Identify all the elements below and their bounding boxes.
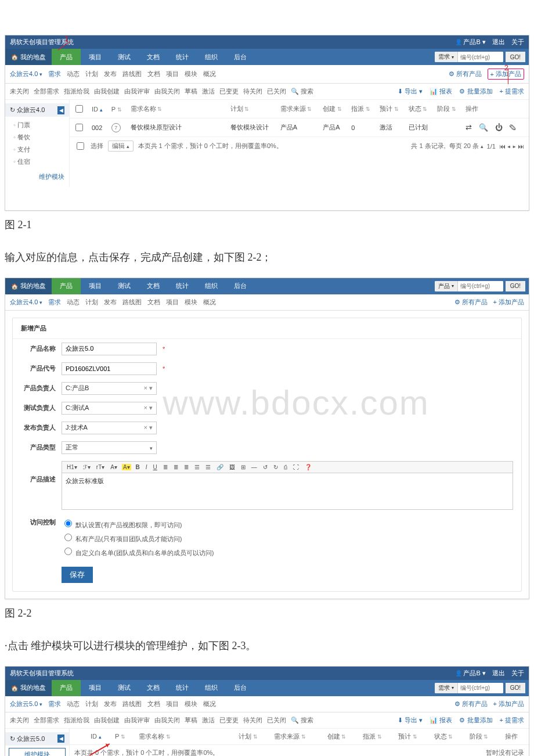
bulk-edit-button[interactable]: 编辑: [108, 141, 134, 152]
rte-full[interactable]: ⛶: [292, 464, 300, 470]
breadcrumb[interactable]: 众旅云4.0: [10, 298, 42, 307]
subtab-plan[interactable]: 计划: [85, 298, 98, 307]
filter-toclose[interactable]: 待关闭: [243, 716, 262, 725]
filter-toclose[interactable]: 待关闭: [243, 87, 262, 96]
logout-link[interactable]: 退出: [492, 669, 505, 676]
access-radio-default[interactable]: [64, 520, 72, 527]
report-link[interactable]: 📊 报表: [430, 716, 452, 725]
rte-help[interactable]: ❓: [304, 464, 313, 470]
tab-admin[interactable]: 后台: [226, 49, 255, 65]
tab-stat[interactable]: 统计: [168, 680, 197, 696]
tab-org[interactable]: 组织: [197, 49, 226, 65]
rte-align1[interactable]: ≣: [162, 464, 169, 470]
footer-select-all[interactable]: [77, 142, 84, 150]
filter-closedby[interactable]: 由我关闭: [154, 87, 180, 96]
home-tab[interactable]: 我的地盘: [5, 278, 52, 294]
all-products-link[interactable]: ⚙所有产品: [449, 70, 482, 78]
tab-project[interactable]: 项目: [81, 278, 110, 294]
rte-undo[interactable]: ↺: [262, 464, 269, 470]
export-link[interactable]: ⬇ 导出 ▾: [398, 87, 423, 96]
subtab-req[interactable]: 需求: [48, 298, 61, 307]
col-name[interactable]: 需求名称: [139, 733, 171, 740]
rte-list2[interactable]: ☰: [204, 464, 212, 470]
batch-add-link[interactable]: ⚙ 批量添加: [459, 87, 492, 96]
owner-select[interactable]: C:产品B: [62, 382, 157, 395]
subtab-overview[interactable]: 概况: [203, 700, 216, 708]
save-button[interactable]: 保存: [62, 567, 93, 583]
col-source[interactable]: 需求来源: [280, 105, 312, 112]
col-p[interactable]: P: [111, 106, 122, 113]
add-product-button[interactable]: +添加产品: [488, 69, 524, 80]
tab-admin[interactable]: 后台: [226, 680, 255, 696]
add-product-button[interactable]: + 添加产品: [493, 298, 524, 307]
filter-closed[interactable]: 已关闭: [267, 716, 286, 725]
rte-font[interactable]: ℱ▾: [82, 464, 92, 470]
col-plan[interactable]: 计划: [239, 733, 258, 740]
access-radio-private[interactable]: [64, 534, 72, 541]
rte-link[interactable]: 🔗: [215, 464, 225, 470]
access-radio-custom[interactable]: [64, 548, 72, 555]
breadcrumb[interactable]: 众旅云4.0: [10, 70, 42, 78]
subtab-overview[interactable]: 概况: [203, 70, 216, 78]
subtab-roadmap[interactable]: 路线图: [122, 298, 142, 307]
description-textarea[interactable]: 众旅云标准版: [62, 473, 513, 510]
subtab-plan[interactable]: 计划: [85, 70, 98, 78]
subtab-release[interactable]: 发布: [104, 700, 117, 708]
tab-product[interactable]: 产品: [52, 680, 81, 696]
rte-italic[interactable]: I: [145, 464, 149, 470]
filter-draft[interactable]: 草稿: [185, 716, 197, 725]
filter-reviewed[interactable]: 由我评审: [124, 716, 150, 725]
filter-changed[interactable]: 已变更: [219, 716, 239, 725]
search-input[interactable]: [458, 52, 503, 62]
add-product-button[interactable]: + 添加产品: [493, 700, 524, 708]
rte-align2[interactable]: ≣: [172, 464, 179, 470]
subtab-activity[interactable]: 动态: [67, 70, 80, 78]
clear-icon[interactable]: [144, 424, 153, 431]
batch-add-link[interactable]: ⚙ 批量添加: [459, 716, 492, 725]
subtab-module[interactable]: 模块: [185, 700, 197, 708]
col-assign[interactable]: 指派: [363, 733, 382, 740]
col-id[interactable]: ID: [92, 106, 103, 113]
col-creator[interactable]: 创建: [323, 105, 342, 112]
tab-product[interactable]: 产品: [52, 278, 81, 294]
filter-reviewed[interactable]: 由我评审: [124, 87, 150, 96]
clear-icon[interactable]: [144, 384, 153, 392]
pager-perpage[interactable]: 每页 20 条: [449, 142, 484, 150]
rte-print[interactable]: ⎙: [283, 464, 288, 470]
filter-created[interactable]: 由我创建: [94, 87, 120, 96]
filter-all[interactable]: 全部需求: [34, 87, 59, 96]
filter-active[interactable]: 激活: [202, 87, 215, 96]
logout-link[interactable]: 退出: [492, 38, 505, 45]
sidebar-item-food[interactable]: 餐饮: [13, 131, 69, 143]
subtab-req[interactable]: 需求: [48, 70, 61, 78]
tab-doc[interactable]: 文档: [139, 680, 168, 696]
subtab-roadmap[interactable]: 路线图: [122, 700, 142, 708]
filter-open[interactable]: 未关闭: [10, 87, 29, 96]
home-tab[interactable]: 我的地盘: [5, 680, 52, 696]
rte-hr[interactable]: —: [250, 464, 258, 470]
rte-size[interactable]: rT▾: [95, 464, 106, 470]
filter-created[interactable]: 由我创建: [94, 716, 120, 725]
subtab-release[interactable]: 发布: [104, 70, 117, 78]
col-status[interactable]: 状态: [409, 105, 428, 112]
tab-doc[interactable]: 文档: [139, 49, 168, 65]
filter-open[interactable]: 未关闭: [10, 716, 29, 725]
col-status[interactable]: 状态: [434, 733, 453, 740]
filter-changed[interactable]: 已变更: [219, 87, 239, 96]
tab-doc[interactable]: 文档: [139, 278, 168, 294]
rte-color[interactable]: A▾: [109, 464, 118, 470]
col-est[interactable]: 预计: [380, 105, 399, 112]
subtab-doc[interactable]: 文档: [147, 700, 160, 708]
about-link[interactable]: 关于: [511, 38, 524, 45]
row-name[interactable]: 餐饮模块原型设计: [127, 118, 227, 137]
maintain-module-link[interactable]: 维护模块: [9, 748, 66, 756]
tab-stat[interactable]: 统计: [168, 278, 197, 294]
search-type-dropdown[interactable]: 需求: [435, 52, 458, 62]
filter-all[interactable]: 全部需求: [34, 716, 59, 725]
tab-test[interactable]: 测试: [110, 278, 139, 294]
go-button[interactable]: GO!: [506, 52, 525, 62]
sidebar-collapse[interactable]: ◀: [57, 106, 64, 114]
go-button[interactable]: GO!: [506, 281, 525, 291]
about-link[interactable]: 关于: [511, 669, 524, 676]
product-code-input[interactable]: [62, 362, 157, 375]
